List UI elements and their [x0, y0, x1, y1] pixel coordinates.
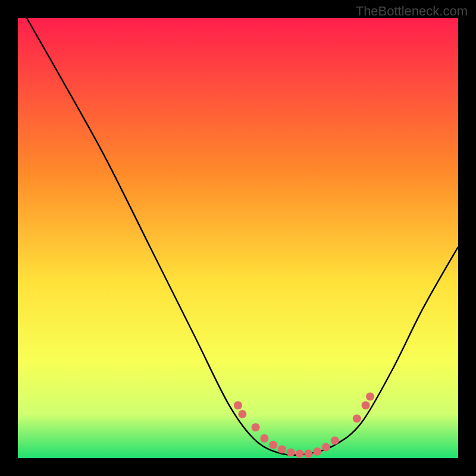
marker-point: [287, 448, 295, 456]
marker-point: [322, 443, 330, 452]
marker-point: [304, 450, 312, 458]
marker-point: [331, 436, 339, 444]
marker-point: [234, 401, 242, 409]
marker-point: [296, 450, 304, 458]
plot-area: [18, 18, 458, 458]
marker-point: [238, 410, 246, 418]
chart-svg: [18, 18, 458, 458]
marker-point: [353, 414, 361, 422]
marker-point: [366, 392, 374, 400]
marker-point: [278, 445, 286, 453]
watermark-text: TheBottleneck.com: [356, 4, 468, 19]
marker-point: [260, 434, 268, 443]
gradient-background: [18, 18, 458, 458]
marker-point: [362, 401, 370, 409]
marker-point: [269, 441, 277, 449]
marker-point: [313, 447, 321, 456]
marker-point: [252, 423, 260, 431]
chart-container: TheBottleneck.com: [0, 0, 476, 476]
